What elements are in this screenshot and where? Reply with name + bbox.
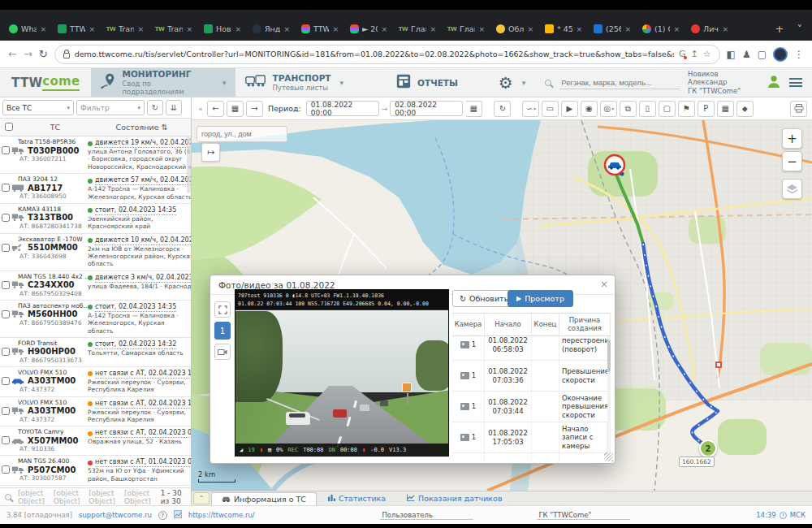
tab-close-icon[interactable]: × bbox=[624, 25, 631, 33]
browser-tab[interactable]: Лич × bbox=[685, 17, 734, 41]
view-button[interactable]: ▶Просмотр bbox=[508, 290, 573, 307]
browser-tab[interactable]: Нов × bbox=[198, 17, 247, 41]
event-row[interactable]: 1 01.08.2022 07:03:44 Окончание превышен… bbox=[452, 392, 607, 422]
table-row[interactable]: Экскаватор Е -170W 5510ММ00 АТ: 336 bbox=[0, 234, 191, 271]
vehicle-status[interactable]: нет связи с АТ, 02.04.2023 13:59 bbox=[95, 400, 191, 409]
events-rows-viewport[interactable]: 1 01.08.2022 06:58:03 перестроение (пово… bbox=[452, 336, 607, 461]
vehicle-status[interactable]: нет связи с АТ, 02.04.2023 13:59 bbox=[95, 370, 191, 379]
tab-close-icon[interactable]: × bbox=[89, 25, 95, 33]
vehicle-status[interactable]: движется 3 км/ч, 02.04.2023 14:35 bbox=[95, 274, 191, 283]
user-info[interactable]: Новиков АлександрГК "TTWCome" bbox=[688, 70, 758, 96]
event-row[interactable]: 1 01.08.2022 07:03:36 Превышение скорост… bbox=[452, 361, 607, 392]
tab-close-icon[interactable]: × bbox=[137, 25, 144, 33]
row-checkbox[interactable] bbox=[2, 436, 10, 444]
column-end[interactable]: Конец bbox=[532, 314, 559, 335]
event-row[interactable]: 1 01.08.2022 17:05:03 Начало записи с ка… bbox=[452, 422, 607, 453]
tab-list-caret-icon[interactable]: ˅ bbox=[791, 17, 810, 41]
event-marker[interactable] bbox=[715, 361, 722, 368]
pager-button[interactable]: [object Object] bbox=[89, 489, 119, 505]
browser-tab[interactable]: ► 20 × bbox=[344, 17, 393, 41]
tab-close-icon[interactable]: × bbox=[332, 25, 339, 33]
next-period-button[interactable]: → bbox=[246, 101, 263, 117]
translate-icon[interactable]: G bbox=[679, 49, 686, 59]
site-link[interactable]: https://ttwcome.ru/ bbox=[188, 511, 255, 519]
tab-close-icon[interactable]: × bbox=[430, 25, 436, 33]
column-header-state[interactable]: Состояние ⇅ bbox=[93, 123, 191, 132]
sidebar-fold-handle[interactable]: « bbox=[197, 101, 205, 117]
profile-pawn-icon[interactable]: ♟ bbox=[742, 49, 751, 60]
browser-tab[interactable]: (1) С × bbox=[637, 17, 685, 41]
tab-close-icon[interactable]: × bbox=[527, 25, 533, 33]
column-start[interactable]: Начало bbox=[485, 314, 532, 335]
table-row[interactable]: ПАЗ 3204 12 АВ1717 АТ: 336008950 bbox=[0, 174, 191, 204]
vehicle-plate[interactable]: 5510ММ00 bbox=[28, 243, 78, 252]
tab-close-icon[interactable]: × bbox=[576, 25, 582, 33]
dashcam-photo[interactable]: 707test 910336 0 ▮14.8 UTC+03 FW1.1.19.4… bbox=[235, 289, 449, 457]
row-checkbox[interactable] bbox=[2, 214, 10, 222]
zoom-in-button[interactable]: + bbox=[782, 128, 802, 149]
camera-icon[interactable] bbox=[214, 344, 231, 360]
map-layers-button[interactable] bbox=[782, 179, 802, 199]
tab-close-icon[interactable]: × bbox=[673, 25, 680, 33]
collapse-list-button[interactable]: ⇊ bbox=[166, 100, 182, 115]
table-row[interactable]: VOLVO FMX 510 А303ТМ00 АТ: 437372 bbox=[0, 367, 191, 397]
user-avatar-icon[interactable] bbox=[767, 74, 781, 92]
vehicle-status[interactable]: нет связи с АТ, 01.04.2023 06:17 bbox=[95, 458, 191, 467]
fullscreen-button[interactable] bbox=[214, 301, 231, 318]
extension-icon[interactable]: ◧ bbox=[727, 49, 736, 60]
table-row[interactable]: TOYOTA Camry Х507ММ00 АТ: 910336 bbox=[0, 426, 191, 456]
events-scrollbar[interactable] bbox=[607, 336, 611, 461]
tab-close-icon[interactable]: × bbox=[186, 25, 192, 33]
address-bar[interactable]: demo.ttwcome.ru/tis/servlet/Controller?u… bbox=[54, 45, 720, 64]
refresh-track-button[interactable]: ↻ bbox=[494, 101, 511, 117]
calendar-mode-button[interactable]: ▦ bbox=[227, 101, 244, 117]
close-icon[interactable]: × bbox=[600, 279, 608, 290]
help-icon[interactable]: ? bbox=[158, 511, 167, 520]
event-row[interactable]: 1 Резкое bbox=[452, 453, 607, 461]
browser-tab[interactable]: Wha × bbox=[3, 17, 52, 41]
user-field[interactable]: Пользователь bbox=[380, 511, 473, 520]
table-row[interactable]: ПАЗ автоспектр моб… М560НН00 АТ: 86 bbox=[0, 301, 191, 338]
vehicle-status[interactable]: стоит, 02.04.2023 14:35 bbox=[95, 206, 176, 215]
vehicle-plate[interactable]: М560НН00 bbox=[28, 309, 77, 318]
tab-close-icon[interactable]: × bbox=[381, 25, 387, 33]
browser-forward-button[interactable]: → bbox=[24, 48, 32, 60]
track-end-marker[interactable]: 2 bbox=[699, 439, 717, 457]
browser-tab[interactable]: TW Tran × bbox=[149, 17, 198, 41]
tab-vehicle-info[interactable]: Информация о ТС bbox=[211, 492, 317, 505]
vehicle-plate[interactable]: С234ХХ00 bbox=[28, 280, 75, 289]
vehicle-status[interactable]: нет связи с АТ, 02.04.2023 07:12 bbox=[95, 429, 191, 438]
support-email-link[interactable]: support@ttwcome.ru bbox=[79, 511, 152, 519]
browser-tab[interactable]: TW Глав × bbox=[442, 17, 490, 41]
app-logo[interactable]: TTWcome bbox=[0, 68, 91, 97]
table-row[interactable]: VOLVO FMX 510 А303ТМ00 АТ: 437372 bbox=[0, 397, 191, 427]
zoom-out-button[interactable]: − bbox=[782, 151, 802, 171]
vehicle-search-input[interactable] bbox=[559, 76, 680, 89]
vehicle-plate[interactable]: Н900НР00 bbox=[28, 347, 76, 356]
browser-tab[interactable]: Янд × bbox=[247, 17, 296, 41]
search-icon[interactable] bbox=[5, 494, 11, 500]
window-icon[interactable]: ▢ bbox=[758, 49, 767, 60]
tab-close-icon[interactable]: × bbox=[40, 25, 46, 33]
pager-button[interactable]: [object Object] bbox=[18, 489, 48, 505]
vehicle-status[interactable]: движется 10 км/ч, 02.04.2023 14:35 bbox=[95, 236, 191, 245]
browser-tab[interactable]: TW Глав × bbox=[393, 17, 442, 41]
date-to-input[interactable]: 02.08.2022 00:00 bbox=[390, 101, 463, 116]
row-checkbox[interactable] bbox=[2, 407, 10, 415]
vehicle-status[interactable]: стоит, 02.04.2023 14:35 bbox=[95, 303, 176, 312]
nav-transport[interactable]: ТРАНСПОРТПутевые листы ▾ bbox=[235, 68, 353, 97]
tab-close-icon[interactable]: × bbox=[235, 25, 241, 33]
vehicle-plate[interactable]: А303ТМ00 bbox=[28, 376, 76, 385]
browser-tab[interactable]: TTW × bbox=[52, 17, 101, 41]
event-row[interactable]: 1 01.08.2022 06:58:03 перестроение (пово… bbox=[452, 336, 607, 361]
bookmark-star-icon[interactable]: ☆ bbox=[703, 49, 711, 59]
date-from-input[interactable]: 01.08.2022 00:00 bbox=[306, 101, 379, 116]
vehicle-status[interactable]: движется 57 км/ч, 02.04.2023 14:35 bbox=[95, 176, 191, 185]
refresh-button[interactable]: ↻Обновить bbox=[452, 290, 516, 307]
tab-statistics[interactable]: Статистика bbox=[318, 491, 395, 505]
tab-sensors[interactable]: Показания датчиков bbox=[397, 491, 512, 505]
column-reason[interactable]: Причина создания bbox=[559, 314, 611, 335]
browser-back-button[interactable]: ← bbox=[8, 48, 17, 60]
select-all-checkbox[interactable] bbox=[5, 123, 13, 131]
new-tab-button[interactable]: + bbox=[769, 17, 791, 41]
